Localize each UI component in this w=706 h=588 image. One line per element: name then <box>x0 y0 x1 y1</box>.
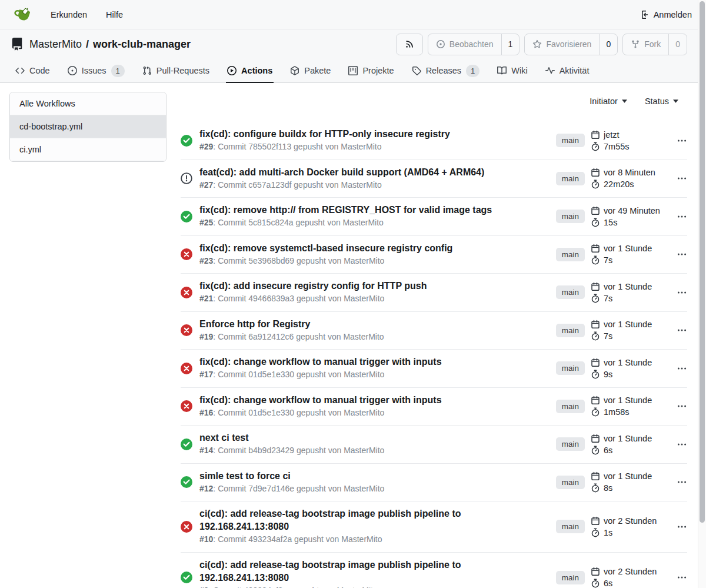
gitea-logo[interactable] <box>14 5 32 24</box>
run-actions-menu-button[interactable] <box>666 211 687 222</box>
fork-button[interactable]: Fork 0 <box>622 34 687 55</box>
run-summary: fix(cd): configure buildx for HTTP-only … <box>199 128 552 153</box>
workflow-sidebar-item[interactable]: ci.yml <box>10 138 166 161</box>
tab-wiki-label: Wiki <box>511 66 527 75</box>
run-number: #29 <box>199 142 213 151</box>
run-actions-menu-button[interactable] <box>666 287 687 298</box>
branch-badge[interactable]: main <box>556 476 585 489</box>
branch-badge[interactable]: main <box>556 324 585 337</box>
run-actions-menu-button[interactable] <box>666 135 687 146</box>
run-summary: Enforce http for Registry #19: Commit 6a… <box>199 318 552 343</box>
repo-name-link[interactable]: work-club-manager <box>93 38 191 50</box>
branch-badge[interactable]: main <box>556 248 585 261</box>
run-duration: 7s <box>604 294 612 303</box>
workflow-sidebar-item[interactable]: Alle Workflows <box>10 92 166 115</box>
run-title-link[interactable]: fix(cd): configure buildx for HTTP-only … <box>199 128 552 141</box>
star-button[interactable]: Favorisieren 0 <box>524 34 618 55</box>
watch-icon <box>436 39 445 49</box>
status-filter-dropdown[interactable]: Status <box>645 97 678 106</box>
branch-badge[interactable]: main <box>556 400 585 413</box>
tab-code[interactable]: Code <box>14 59 51 82</box>
initiator-filter-label: Initiator <box>590 97 618 106</box>
run-relative-time: vor 2 Stunden <box>604 516 657 526</box>
kebab-horizontal-icon <box>677 401 687 411</box>
repo-header: MasterMito / work-club-manager Beobachte… <box>0 29 706 59</box>
run-title-link[interactable]: fix(cd): change workflow to manual trigg… <box>199 356 552 368</box>
run-relative-time: vor 1 Stunde <box>604 396 652 405</box>
nav-explore-link[interactable]: Erkunden <box>51 10 87 19</box>
tab-packages-label: Pakete <box>304 66 331 75</box>
actions-page-content: Alle Workflows cd-bootstrap.yml ci.yml I… <box>0 83 706 588</box>
kebab-horizontal-icon <box>677 173 687 184</box>
run-title-link[interactable]: feat(cd): add multi-arch Docker build su… <box>199 166 552 179</box>
tab-activity[interactable]: Aktivität <box>544 59 591 82</box>
tab-actions[interactable]: Actions <box>226 59 274 82</box>
branch-badge[interactable]: main <box>556 210 585 223</box>
run-title-link[interactable]: fix(cd): remove systemctl-based insecure… <box>199 242 552 255</box>
run-actions-menu-button[interactable] <box>666 173 687 184</box>
run-status-icon <box>181 572 192 583</box>
run-duration: 7m55s <box>604 142 630 151</box>
failure-x-icon <box>181 248 192 260</box>
signin-link[interactable]: Anmelden <box>640 10 692 19</box>
branch-badge[interactable]: main <box>556 172 585 185</box>
nav-help-link[interactable]: Hilfe <box>106 10 123 19</box>
tab-wiki[interactable]: Wiki <box>496 59 528 82</box>
workflow-name: cd-bootstrap.yml <box>19 122 82 131</box>
tab-pull-requests[interactable]: Pull-Requests <box>141 59 211 82</box>
run-branch-column: main <box>556 437 585 451</box>
kebab-horizontal-icon <box>677 363 687 374</box>
sign-in-icon <box>640 10 650 19</box>
run-title-link[interactable]: next ci test <box>199 431 552 444</box>
run-summary: ci(cd): add release-tag bootstrap image … <box>199 559 552 588</box>
watch-count[interactable]: 1 <box>501 34 519 55</box>
tab-projects[interactable]: Projekte <box>347 59 395 82</box>
star-count[interactable]: 0 <box>599 34 617 55</box>
run-actions-menu-button[interactable] <box>666 572 687 583</box>
workflow-sidebar-item[interactable]: cd-bootstrap.yml <box>10 115 166 138</box>
run-summary: fix(cd): change workflow to manual trigg… <box>199 356 552 381</box>
tab-packages[interactable]: Pakete <box>289 59 332 82</box>
run-actions-menu-button[interactable] <box>666 477 687 487</box>
run-actions-menu-button[interactable] <box>666 401 687 411</box>
branch-badge[interactable]: main <box>556 361 585 375</box>
star-label: Favorisieren <box>546 39 591 49</box>
calendar-icon <box>591 567 600 576</box>
success-check-icon <box>181 572 192 583</box>
stopwatch-icon <box>591 180 600 189</box>
scrollbar-thumb[interactable] <box>700 1 705 523</box>
watch-button[interactable]: Beobachten 1 <box>428 34 520 55</box>
branch-badge[interactable]: main <box>556 134 585 147</box>
run-title-link[interactable]: simle test to force ci <box>199 470 552 483</box>
run-title-link[interactable]: ci(cd): add release-tag bootstrap image … <box>199 507 552 533</box>
run-title-link[interactable]: fix(cd): add insecure registry config fo… <box>199 280 552 293</box>
run-title-link[interactable]: Enforce http for Registry <box>199 318 552 331</box>
initiator-filter-dropdown[interactable]: Initiator <box>590 97 627 106</box>
run-actions-menu-button[interactable] <box>666 363 687 374</box>
branch-badge[interactable]: main <box>556 571 585 584</box>
branch-badge[interactable]: main <box>556 437 585 451</box>
tab-pull-requests-label: Pull-Requests <box>156 66 209 75</box>
run-actions-menu-button[interactable] <box>666 325 687 335</box>
repo-icon <box>11 38 24 51</box>
branch-badge[interactable]: main <box>556 285 585 299</box>
calendar-icon <box>591 516 600 526</box>
tab-releases[interactable]: Releases 1 <box>411 59 481 82</box>
run-actions-menu-button[interactable] <box>666 249 687 260</box>
page-scrollbar[interactable] <box>698 0 706 588</box>
run-title-link[interactable]: fix(cd): remove http:// from REGISTRY_HO… <box>199 204 552 217</box>
run-title-link[interactable]: fix(cd): change workflow to manual trigg… <box>199 394 552 407</box>
run-branch-column: main <box>556 210 585 223</box>
run-relative-time: vor 1 Stunde <box>604 471 652 481</box>
repo-owner-link[interactable]: MasterMito <box>29 38 82 50</box>
run-actions-menu-button[interactable] <box>666 439 687 450</box>
run-title-link[interactable]: ci(cd): add release-tag bootstrap image … <box>199 559 552 584</box>
run-branch-column: main <box>556 476 585 489</box>
fork-count[interactable]: 0 <box>668 34 687 55</box>
rss-button[interactable] <box>396 34 423 55</box>
run-status-icon <box>181 438 192 450</box>
run-actions-menu-button[interactable] <box>666 521 687 532</box>
branch-badge[interactable]: main <box>556 520 585 533</box>
run-relative-time: vor 49 Minuten <box>604 206 660 215</box>
tab-issues[interactable]: Issues 1 <box>66 59 126 82</box>
